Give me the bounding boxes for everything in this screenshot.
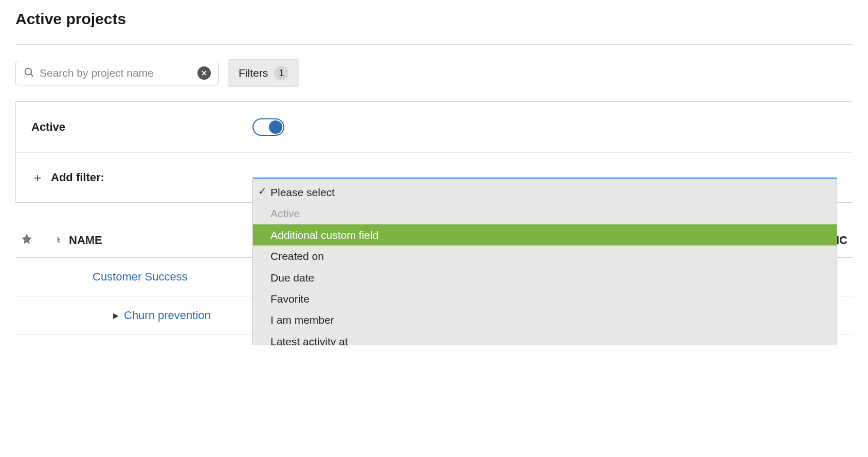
active-toggle[interactable] [252,118,284,136]
dropdown-option-please-select[interactable]: Please select [253,182,837,203]
search-input[interactable] [40,67,192,79]
dropdown-option-additional-custom-field[interactable]: Additional custom field [253,224,837,245]
filters-count-badge: 1 [274,66,288,80]
filter-label-active: Active [31,120,252,134]
svg-point-0 [25,68,32,75]
filter-dropdown[interactable]: Please select Active Additional custom f… [252,178,837,345]
dropdown-option-created-on[interactable]: Created on [253,245,837,267]
clear-search-button[interactable] [197,66,211,80]
filters-label: Filters [239,67,268,79]
filters-button[interactable]: Filters 1 [228,59,299,87]
project-link-customer-success[interactable]: Customer Success [57,270,188,284]
favorite-column-header[interactable] [21,233,41,248]
dropdown-option-latest-activity[interactable]: Latest activity at [253,331,837,345]
expand-caret-icon[interactable]: ▶ [113,311,119,320]
dropdown-option-favorite[interactable]: Favorite [253,288,837,309]
plus-icon: ＋ [31,169,44,186]
name-column-header[interactable]: NAME [57,234,102,247]
search-box[interactable] [15,61,219,85]
add-filter-label: ＋ Add filter: [31,169,252,186]
hierarchy-icon [57,235,65,245]
project-link-churn-prevention[interactable]: ▶ Churn prevention [57,309,211,322]
dropdown-option-i-am-member[interactable]: I am member [253,309,837,330]
header-divider [15,44,853,45]
filter-panel: Active ＋ Add filter: Please select Activ… [15,101,853,203]
toolbar: Filters 1 [15,59,853,87]
search-icon [23,66,34,80]
svg-line-1 [31,74,33,76]
filter-row-add: ＋ Add filter: Please select Active Addit… [16,153,853,202]
filter-row-active: Active [16,102,853,153]
dropdown-option-active: Active [253,203,837,224]
page-title: Active projects [15,10,853,28]
dropdown-option-due-date[interactable]: Due date [253,267,837,288]
toggle-knob [269,120,282,134]
